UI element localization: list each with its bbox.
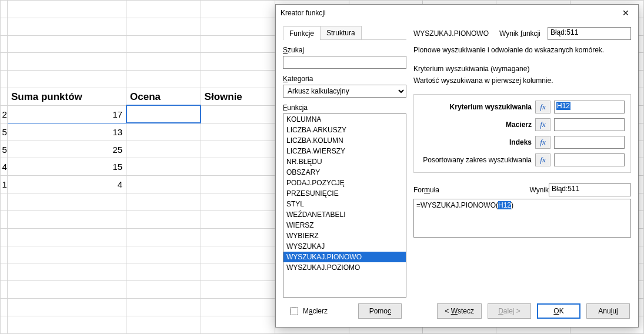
fx-icon: fx — [540, 102, 545, 112]
function-list-item[interactable]: PODAJ.POZYCJĘ — [283, 178, 406, 188]
arg-heading: Kryterium wyszukiwania (wymagane) — [413, 65, 631, 73]
category-label: Kategoria — [283, 75, 406, 83]
function-list-item[interactable]: LICZBA.WIERSZY — [283, 146, 406, 156]
matrix-checkbox[interactable] — [290, 307, 298, 315]
function-list-item[interactable]: OBSZARY — [283, 167, 406, 178]
function-list-item[interactable]: LICZBA.KOLUMN — [283, 135, 406, 146]
function-list-item[interactable]: WYSZUKAJ — [283, 241, 406, 252]
col-header-grade: Ocena — [126, 88, 201, 106]
dialog-titlebar[interactable]: Kreator funkcji ✕ — [276, 5, 638, 21]
argument-label: Posortowany zakres wyszukiwania — [420, 156, 532, 164]
argument-input[interactable] — [554, 153, 625, 166]
cell-sum[interactable]: 17 — [7, 105, 126, 123]
argument-label: Kryterium wyszukiwania — [420, 103, 532, 111]
function-list[interactable]: KOLUMNALICZBA.ARKUSZYLICZBA.KOLUMNLICZBA… — [283, 113, 406, 298]
col-header-word: Słownie — [201, 88, 275, 106]
tabs: Funkcje Struktura — [283, 26, 406, 40]
arguments-panel: Kryterium wyszukiwaniafxH12MacierzfxInde… — [413, 94, 631, 173]
selected-function-name: WYSZUKAJ.PIONOWO — [413, 29, 489, 38]
tab-functions[interactable]: Funkcje — [283, 26, 321, 40]
help-button[interactable]: Pomoc — [358, 303, 402, 319]
function-list-item[interactable]: WYBIERZ — [283, 231, 406, 241]
function-list-item[interactable]: LICZBA.ARKUSZY — [283, 125, 406, 135]
function-label: Funkcja — [283, 103, 406, 112]
tab-structure[interactable]: Struktura — [320, 26, 362, 39]
fn-result-label: Wynik funkcji — [499, 29, 540, 38]
function-list-item[interactable]: WYSZUKAJ.PIONOWO — [283, 252, 406, 262]
fn-result-value: Błąd:511 — [548, 27, 631, 40]
fx-button[interactable]: fx — [535, 153, 550, 166]
close-button[interactable]: ✕ — [613, 5, 638, 21]
argument-row: Kryterium wyszukiwaniafxH12 — [420, 101, 625, 113]
search-input[interactable] — [283, 56, 406, 69]
argument-row: Macierzfx — [420, 118, 625, 131]
fx-icon: fx — [540, 120, 545, 129]
function-list-item[interactable]: NR.BŁĘDU — [283, 156, 406, 167]
fn-description: Pionowe wyszukiwanie i odwołanie do wska… — [413, 46, 631, 54]
fx-icon: fx — [540, 138, 545, 147]
argument-label: Indeks — [420, 138, 532, 146]
back-button[interactable]: < Wstecz — [437, 303, 482, 319]
function-list-item[interactable]: STYL — [283, 199, 406, 209]
dialog-title: Kreator funkcji — [281, 9, 613, 17]
ok-button[interactable]: OK — [537, 303, 580, 319]
function-list-item[interactable]: KOLUMNA — [283, 114, 406, 125]
argument-input[interactable]: H12 — [554, 101, 625, 113]
formula-textarea[interactable]: =WYSZUKAJ.PIONOWO(H12) — [413, 199, 631, 238]
fx-icon: fx — [540, 155, 545, 165]
col-header-sum: Suma punktów — [7, 88, 126, 106]
next-button[interactable]: Dalej > — [488, 303, 531, 319]
category-select[interactable]: Arkusz kalkulacyjny — [283, 85, 406, 98]
argument-label: Macierz — [420, 121, 532, 129]
active-cell[interactable] — [126, 105, 201, 123]
arg-subtext: Wartość wyszukiwana w pierwszej kolumnie… — [413, 76, 631, 85]
argument-input[interactable] — [554, 136, 625, 149]
formula-label: Formuła — [413, 186, 526, 194]
formula-result-value: Błąd:511 — [549, 183, 631, 196]
function-wizard-dialog: Kreator funkcji ✕ Funkcje Struktura Szuk… — [275, 4, 639, 328]
fx-button[interactable]: fx — [535, 118, 550, 131]
formula-result-label: Wynik — [529, 186, 549, 194]
search-label: Szukaj — [283, 46, 406, 54]
function-list-item[interactable]: WIERSZ — [283, 220, 406, 231]
close-icon: ✕ — [622, 8, 629, 18]
fx-button[interactable]: fx — [535, 101, 550, 113]
fx-button[interactable]: fx — [535, 136, 550, 149]
function-list-item[interactable]: WEŹDANETABELI — [283, 209, 406, 220]
matrix-checkbox-label: Macierz — [303, 307, 328, 315]
matrix-checkbox-wrap[interactable]: Macierz — [288, 305, 352, 317]
argument-input[interactable] — [554, 118, 625, 131]
function-list-item[interactable]: PRZESUNIĘCIE — [283, 188, 406, 199]
argument-row: Indeksfx — [420, 136, 625, 149]
argument-row: Posortowany zakres wyszukiwaniafx — [420, 153, 625, 166]
function-list-item[interactable]: WYSZUKAJ.POZIOMO — [283, 262, 406, 273]
cancel-button[interactable]: Anuluj — [586, 303, 630, 319]
